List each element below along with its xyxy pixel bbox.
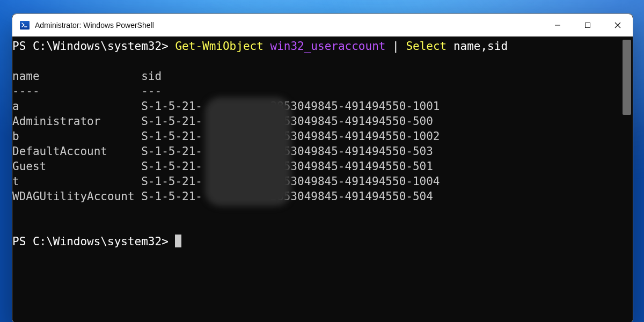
terminal-client-area[interactable]: PS C:\Windows\system32> Get-WmiObject wi… [12, 36, 633, 322]
powershell-window: Administrator: Windows PowerShell [12, 13, 633, 322]
maximize-button[interactable] [573, 14, 603, 36]
terminal-viewport[interactable]: PS C:\Windows\system32> Get-WmiObject wi… [12, 36, 621, 322]
text-caret [175, 235, 181, 247]
vertical-scrollbar[interactable] [621, 36, 633, 322]
scrollbar-thumb[interactable] [623, 40, 631, 115]
titlebar[interactable]: Administrator: Windows PowerShell [12, 14, 633, 36]
svg-rect-1 [20, 21, 30, 30]
minimize-button[interactable] [543, 14, 573, 36]
window-title: Administrator: Windows PowerShell [35, 21, 543, 30]
desktop-wallpaper: Administrator: Windows PowerShell [0, 0, 644, 322]
close-button[interactable] [603, 14, 633, 36]
terminal-output: PS C:\Windows\system32> Get-WmiObject wi… [12, 39, 621, 249]
powershell-icon [20, 20, 30, 30]
window-controls [543, 14, 633, 36]
svg-rect-4 [586, 23, 590, 28]
